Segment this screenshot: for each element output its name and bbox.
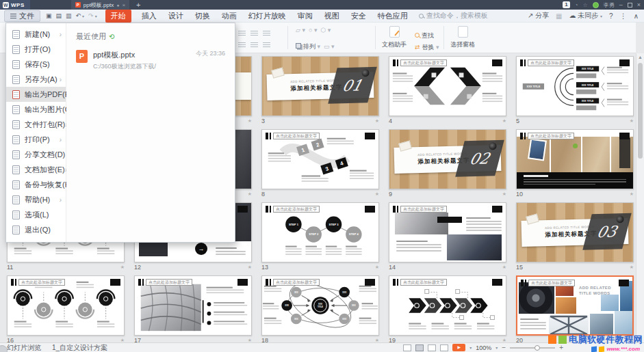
zoom-out-button[interactable]: − — [502, 344, 506, 351]
slide-thumbnail-10[interactable]: 点击此处添加标题文字 — [516, 129, 634, 189]
menu-tab-3[interactable]: 切换 — [194, 10, 211, 23]
wps-logo[interactable]: WWPS — [0, 0, 30, 10]
replace-button[interactable]: ⇄替换 ▾ — [415, 40, 439, 52]
submenu-arrow-icon: › — [60, 31, 62, 38]
file-menu-item-12[interactable]: 选项(L) — [6, 207, 66, 222]
undo-caret-icon[interactable]: ▾ — [82, 14, 84, 18]
minimize-button[interactable]: – — [619, 1, 623, 9]
menu-tab-5[interactable]: 幻灯片放映 — [247, 10, 287, 23]
reading-view-icon[interactable] — [428, 344, 436, 351]
user-name[interactable]: 李勇 — [604, 1, 615, 9]
slide-number: 10 — [516, 191, 523, 198]
slide-thumbnail-15[interactable]: ADD RELATED TITLE WORDS添加相关标题文字03 — [516, 202, 634, 262]
file-menu-item-7[interactable]: 打印(P)› — [6, 132, 66, 147]
document-icon — [12, 211, 20, 219]
document-icon — [12, 180, 20, 189]
slide-thumbnail-14[interactable]: 点击此处添加标题文字 — [389, 202, 506, 262]
zoom-slider-knob[interactable] — [534, 345, 540, 351]
sync-status[interactable]: ☁ 未同步 ▾ — [569, 11, 603, 21]
normal-view-icon[interactable] — [403, 344, 411, 351]
slide-title-placeholder: 点击此处添加标题文字 — [400, 206, 447, 213]
play-caret-icon[interactable]: ▾ — [469, 345, 472, 350]
search-command-box[interactable]: 查找命令，搜索模板 — [419, 11, 488, 21]
more-options-icon[interactable]: ⋮ — [620, 12, 627, 20]
print-icon[interactable]: ▤ — [56, 12, 62, 19]
scroll-up-icon[interactable]: ▲ — [636, 55, 644, 59]
tab-pin-icon[interactable]: ● — [116, 3, 119, 8]
zoom-caret-icon[interactable]: ▾ — [495, 345, 498, 350]
recent-files-title: 最近使用⟲ — [76, 31, 235, 42]
slide-thumbnail-13[interactable]: 点击此处添加标题文字STEP 1STEP 2STEP 3STEP 4 — [261, 202, 379, 262]
slide-number: 13 — [261, 264, 268, 271]
maximize-button[interactable] — [628, 3, 632, 8]
design-scheme-label[interactable]: 1_自定义设计方案 — [52, 343, 107, 352]
undo-icon[interactable]: ↶ — [76, 12, 81, 19]
scrollbar-thumb[interactable] — [638, 63, 643, 159]
menu-tab-6[interactable]: 审阅 — [296, 10, 314, 23]
zoom-level[interactable]: 100% — [476, 344, 491, 351]
file-menu-item-9[interactable]: 文档加密(E)› — [6, 162, 66, 177]
slide-thumbnail-8[interactable]: 点击此处添加标题文字1234 — [261, 129, 379, 189]
slide-thumbnail-9[interactable]: ADD RELATED TITLE WORDS添加相关标题文字02 — [389, 129, 506, 189]
menu-tab-9[interactable]: 特色应用 — [376, 10, 409, 23]
menu-tab-0[interactable]: 开始 — [105, 10, 131, 23]
selection-pane-button[interactable]: 选择窗格 — [450, 26, 475, 49]
tab-close-icon[interactable]: × — [122, 2, 125, 8]
message-badge[interactable]: 1 — [563, 1, 569, 8]
slide-thumbnail-5[interactable]: 点击此处添加标题文字XXX TITLEXXX TITLEXXX TITLEXXX… — [516, 56, 634, 116]
transition-star-icon: ★ — [375, 191, 379, 197]
transition-star-icon: ★ — [502, 265, 506, 270]
slide-thumbnail-4[interactable]: 点击此处添加标题文字 — [389, 56, 506, 116]
bullet-list-icon[interactable] — [238, 27, 275, 40]
transition-star-icon: ★ — [248, 191, 252, 197]
bell-icon[interactable]: ◔ — [575, 2, 578, 8]
redo-icon[interactable]: ↷ — [88, 12, 94, 19]
collapse-ribbon-icon[interactable]: ∧ — [634, 12, 639, 20]
user-avatar[interactable] — [593, 2, 599, 8]
preview-icon[interactable]: ▥ — [66, 12, 72, 19]
file-menu-item-11[interactable]: 帮助(H)› — [6, 192, 66, 207]
file-menu-item-5[interactable]: 输出为图片(G) — [6, 102, 66, 117]
menu-tab-7[interactable]: 视图 — [323, 10, 341, 23]
vertical-scrollbar[interactable]: ▲ ▼ — [636, 53, 644, 342]
quickbar-caret-icon[interactable]: ▾ — [95, 14, 97, 18]
doc-assistant-button[interactable]: 文档助手 — [382, 26, 407, 49]
file-menu-item-1[interactable]: 打开(O) — [6, 42, 66, 57]
menu-tab-2[interactable]: 设计 — [167, 10, 185, 23]
notes-view-icon[interactable] — [440, 344, 448, 351]
file-menu-item-8[interactable]: 分享文档(D) — [6, 147, 66, 162]
slide-sorter-view-icon[interactable] — [415, 344, 424, 351]
slide-thumbnail-20[interactable]: 点击此处添加标题文字ADD RELATED TITLE WORDS — [516, 275, 634, 336]
file-menu-item-10[interactable]: 备份与恢复(K)› — [6, 177, 66, 192]
refresh-icon[interactable]: ⟲ — [109, 33, 114, 40]
menu-tab-1[interactable]: 插入 — [140, 10, 158, 23]
file-menu-item-6[interactable]: 文件打包(R)› — [6, 117, 66, 132]
arrange-button[interactable]: 排列 ▾ ▭ ▾ — [296, 39, 335, 51]
file-menu-item-4[interactable]: 输出为PDF(F) — [6, 87, 66, 102]
slide-thumbnail-16[interactable]: 点击此处添加标题文字 — [7, 275, 125, 336]
star-icon[interactable]: ☆ — [583, 2, 588, 8]
slide-thumbnail-3[interactable]: ADD RELATED TITLE WORDS添加相关标题文字01 — [261, 56, 379, 116]
file-menu-item-3[interactable]: 另存为(A)› — [6, 72, 66, 87]
menu-tab-4[interactable]: 动画 — [220, 10, 238, 23]
menu-tab-8[interactable]: 安全 — [350, 10, 368, 23]
find-button[interactable]: 查找 — [415, 28, 434, 40]
document-icon — [12, 60, 20, 69]
help-button[interactable]: ? — [609, 12, 613, 20]
new-tab-button[interactable]: + — [136, 1, 140, 9]
svg-text:TITLE: TITLE — [318, 306, 323, 308]
slide-thumbnail-18[interactable]: 点击此处添加标题文字XXXTITLEXXXXXXXXXXXXXXXXXX — [261, 275, 379, 336]
slide-thumbnail-19[interactable]: 点击此处添加标题文字 — [389, 275, 506, 336]
file-menu-item-13[interactable]: 退出(Q) — [6, 222, 66, 237]
align-icons[interactable] — [238, 39, 275, 51]
watermark-green-square — [558, 336, 567, 344]
file-menu-item-2[interactable]: 保存(S) — [6, 57, 66, 72]
file-menu-item-0[interactable]: 新建(N)› — [6, 27, 66, 42]
document-tab[interactable]: P ppt模板.pptx ● × — [71, 0, 129, 10]
close-button[interactable]: × — [637, 1, 641, 9]
slide-thumbnail-17[interactable]: 点击此处添加标题文字 — [134, 275, 252, 336]
save-icon[interactable]: ▣ — [46, 12, 52, 19]
share-button[interactable]: ↗ 分享 — [528, 11, 549, 21]
file-menu-button[interactable]: 文件 — [4, 10, 40, 22]
slideshow-play-button[interactable]: ▶ — [452, 344, 465, 351]
